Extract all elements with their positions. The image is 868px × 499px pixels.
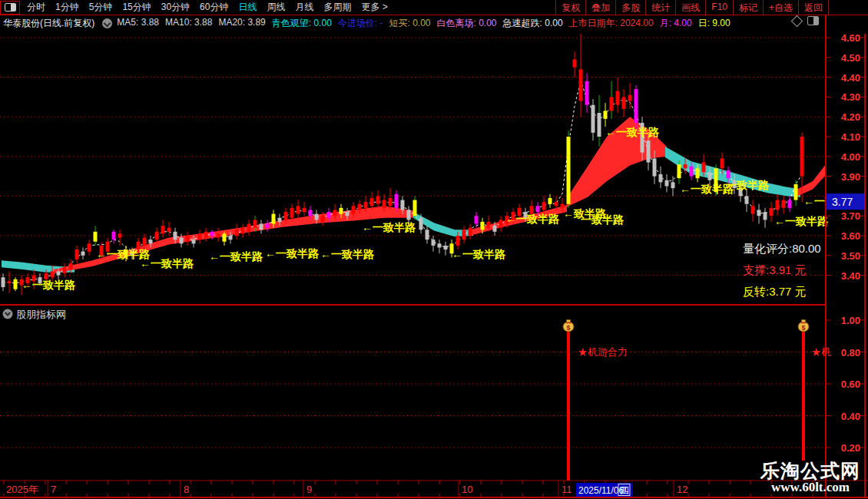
menu-返回[interactable]: 返回: [798, 0, 829, 15]
axis-month-label: 11: [562, 484, 572, 495]
period-nav: 分时1分钟5分钟15分钟30分钟60分钟日线周线月线多周期更多 >: [27, 1, 388, 14]
signal-text: ★机: [811, 346, 831, 358]
indicator-field: 今进场价: -: [338, 17, 383, 30]
indicator-field: MA5: 3.88: [117, 17, 159, 30]
indicator-field: MA20: 3.89: [218, 17, 265, 30]
selected-date-box: 2025/11/06/四: [576, 483, 632, 497]
indicator-field: 上市日期年: 2024.00: [569, 17, 654, 30]
indicator-field: 青色观望: 0.00: [272, 17, 332, 30]
quant-annotation: 量化评分:80.00: [743, 242, 821, 255]
period-tab-30分钟[interactable]: 30分钟: [161, 1, 190, 14]
indicator-field: 月: 4.00: [660, 17, 692, 30]
axis-month-label: 8: [184, 484, 189, 495]
quant-annotation: 支撑:3.91 元: [743, 263, 807, 276]
sub-panel-header[interactable]: 股朋指标网: [3, 309, 67, 320]
period-tab-分时[interactable]: 分时: [27, 1, 45, 14]
split-view-icon: [5, 3, 16, 12]
period-tab-多周期[interactable]: 多周期: [323, 1, 351, 14]
svg-text:4.50: 4.50: [841, 52, 860, 64]
svg-text:$: $: [566, 324, 570, 332]
menu-多股[interactable]: 多股: [615, 0, 646, 15]
indicator-field: 日: 9.00: [698, 17, 731, 30]
menu-F10[interactable]: F10: [705, 0, 734, 15]
svg-text:4.40: 4.40: [841, 72, 860, 84]
period-tab-15分钟[interactable]: 15分钟: [122, 1, 151, 14]
time-axis: 2025/11/06/四: [0, 481, 868, 497]
period-tab-月线[interactable]: 月线: [295, 1, 313, 14]
svg-text:4.60: 4.60: [841, 32, 860, 44]
axis-year-label: 2025年: [6, 484, 38, 495]
period-tab-60分钟[interactable]: 60分钟: [200, 1, 228, 14]
signal-label: ←一致半路: [209, 250, 263, 263]
indicator-field: 白色离场: 0.00: [437, 17, 497, 30]
menu-标记[interactable]: 标记: [733, 0, 764, 15]
svg-text:3.40: 3.40: [841, 270, 860, 282]
stock-title[interactable]: 华泰股份(日线.前复权): [3, 17, 94, 30]
axis-month-label: 9: [306, 484, 312, 495]
toolbar-right-menu: 复权叠加多股统计画线F10标记+自选返回: [556, 0, 829, 15]
signal-label: ←一致半路: [505, 213, 560, 225]
money-bag-icon: $: [798, 320, 809, 332]
watermark: 乐淘公式网 www.60lt.com: [753, 461, 868, 494]
svg-text:3.60: 3.60: [841, 230, 860, 242]
svg-text:4.20: 4.20: [841, 111, 860, 123]
indicator-values: MA5: 3.88MA10: 3.88MA20: 3.89青色观望: 0.00今…: [117, 17, 736, 30]
svg-text:3.77: 3.77: [832, 196, 853, 208]
axis-month-label: 10: [462, 484, 472, 495]
svg-text:0.60: 0.60: [841, 378, 860, 390]
chevron-down-icon[interactable]: [102, 18, 112, 28]
axis-month-label: 7: [51, 484, 56, 495]
menu-统计[interactable]: 统计: [645, 0, 676, 15]
signal-label: ←一致半路: [774, 215, 829, 227]
signal-label: ←一致半路: [22, 279, 76, 291]
svg-text:0.80: 0.80: [841, 347, 860, 359]
signal-label: 一致半路: [726, 179, 770, 191]
svg-text:$: $: [801, 324, 805, 332]
menu-画线[interactable]: 画线: [675, 0, 706, 15]
svg-text:3.50: 3.50: [841, 250, 860, 262]
signal-label: ←一致半路: [140, 257, 194, 269]
period-tab-5分钟[interactable]: 5分钟: [89, 1, 113, 14]
period-tab-更多 >[interactable]: 更多 >: [361, 1, 387, 14]
indicator-field: 短买: 0.00: [389, 17, 430, 30]
svg-text:4.30: 4.30: [841, 91, 860, 103]
quant-annotation: 反转:3.77 元: [743, 285, 807, 298]
svg-text:4.00: 4.00: [841, 151, 860, 163]
signal-label: ←一致半路: [265, 247, 320, 259]
svg-text:3.90: 3.90: [841, 171, 860, 183]
sub-panel-title: 股朋指标网: [16, 309, 66, 320]
top-toolbar: 分时1分钟5分钟15分钟30分钟60分钟日线周线月线多周期更多 > 复权叠加多股…: [0, 0, 868, 15]
watermark-site-name: 乐淘公式网: [753, 461, 868, 481]
indicator-field: 急速超跌: 0.00: [503, 17, 563, 30]
menu-复权[interactable]: 复权: [555, 0, 586, 15]
period-tab-周线[interactable]: 周线: [267, 1, 285, 14]
signal-label: ←一致半路: [605, 126, 660, 138]
watermark-url: www.60lt.com: [753, 481, 868, 494]
svg-text:1.00: 1.00: [841, 315, 860, 326]
sub-indicator-panel: 股朋指标网$★机游合力$★机: [0, 305, 865, 481]
indicator-field: MA10: 3.88: [165, 17, 212, 30]
indicator-info-bar: 华泰股份(日线.前复权) MA5: 3.88MA10: 3.88MA20: 3.…: [0, 15, 826, 31]
signal-label: ←一致半路: [320, 248, 375, 260]
signal-label: ←一致半路: [362, 221, 416, 233]
infobar-icons: [793, 16, 819, 25]
svg-text:0.40: 0.40: [841, 411, 860, 422]
svg-text:4.10: 4.10: [841, 131, 860, 143]
signal-text: ★机游合力: [578, 346, 628, 358]
svg-text:0.20: 0.20: [841, 442, 860, 454]
menu-+自选[interactable]: +自选: [763, 0, 799, 15]
period-tab-1分钟[interactable]: 1分钟: [55, 1, 79, 14]
money-bag-icon: $: [563, 320, 574, 332]
menu-叠加[interactable]: 叠加: [585, 0, 616, 15]
axis-month-label: 12: [677, 484, 687, 495]
diamond-icon[interactable]: [791, 15, 803, 27]
window-corner-button[interactable]: [0, 1, 20, 15]
signal-label: ←一致半路: [452, 248, 506, 260]
svg-text:3.70: 3.70: [841, 210, 860, 222]
period-tab-日线[interactable]: 日线: [238, 1, 257, 14]
main-chart: ←一致半路←一致半路←一致半路←一致半路←一致半路←一致半路←一致半路←一致半路…: [0, 0, 868, 499]
buy-signal: $★机游合力: [563, 320, 628, 481]
signal-label: 一致半路: [581, 213, 624, 226]
svg-text:四: 四: [620, 485, 629, 496]
panel-split-icon[interactable]: [807, 16, 819, 25]
